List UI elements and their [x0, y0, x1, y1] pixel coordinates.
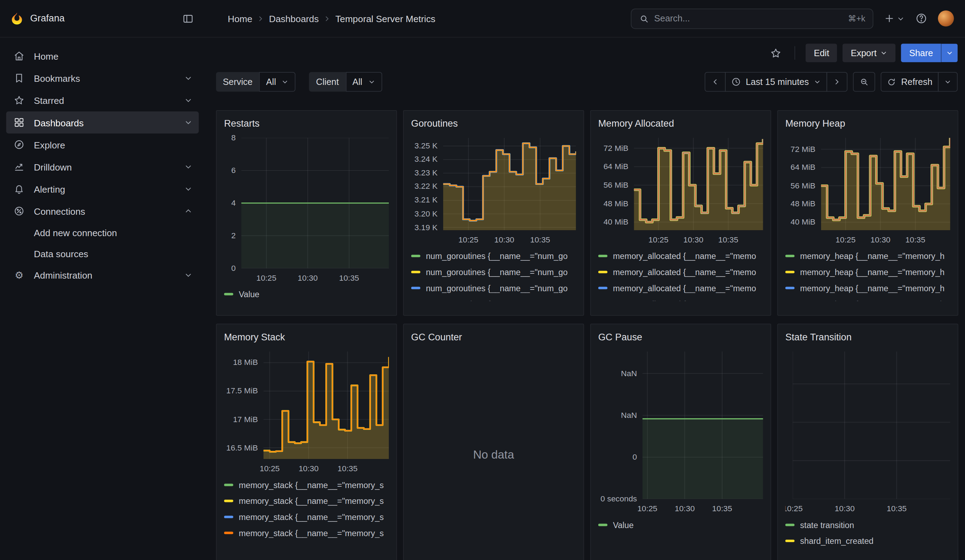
- chevron-down-icon[interactable]: [184, 96, 193, 105]
- legend-item[interactable]: memory_allocated {__name__="memo: [598, 296, 763, 301]
- y-axis-label: 17.5 MiB: [224, 386, 258, 396]
- y-axis-label: 72 MiB: [598, 143, 628, 153]
- favorite-star-icon[interactable]: [768, 44, 784, 61]
- legend-item[interactable]: num_goroutines {__name__="num_go: [411, 264, 576, 280]
- template-variables: Service All Client All: [216, 72, 382, 91]
- legend-item[interactable]: memory_heap {__name__="memory_h: [785, 296, 950, 301]
- plot-area: [821, 138, 950, 230]
- panel-title[interactable]: Goroutines: [411, 116, 576, 132]
- legend-item[interactable]: memory_allocated {__name__="memo: [598, 280, 763, 296]
- series-color-icon: [224, 293, 233, 296]
- chevron-down-icon[interactable]: [184, 118, 193, 127]
- panel-title[interactable]: Memory Heap: [785, 116, 950, 132]
- series-color-icon: [785, 524, 795, 526]
- x-axis: 10:2510:3010:35: [793, 499, 950, 515]
- chevron-down-icon[interactable]: [184, 73, 193, 82]
- legend-item[interactable]: memory_heap {__name__="memory_h: [785, 248, 950, 264]
- chart-plot[interactable]: [443, 138, 576, 230]
- refresh-interval-button[interactable]: [938, 72, 958, 91]
- sidebar-toggle-icon[interactable]: [182, 13, 194, 24]
- panel-title[interactable]: GC Counter: [411, 329, 576, 345]
- chart-plot[interactable]: [643, 351, 763, 499]
- time-range-label: Last 15 minutes: [746, 77, 809, 87]
- refresh-button[interactable]: Refresh: [881, 72, 938, 91]
- breadcrumb-dashboards[interactable]: Dashboards: [269, 13, 319, 24]
- series-color-icon: [224, 516, 233, 518]
- chevron-down-icon[interactable]: [184, 162, 193, 171]
- panel-title[interactable]: GC Pause: [598, 329, 763, 345]
- series-color-icon: [224, 532, 233, 534]
- client-variable-select[interactable]: All: [346, 72, 382, 91]
- sidebar-item-drilldown[interactable]: Drilldown: [6, 156, 199, 178]
- avatar[interactable]: [938, 11, 954, 27]
- legend-label: num_goroutines {__name__="num_go: [426, 284, 568, 292]
- legend-item[interactable]: shard_item_created: [785, 533, 950, 549]
- y-axis-label: 8: [224, 133, 236, 143]
- zoom-out-button[interactable]: [853, 72, 875, 91]
- sidebar-item-bookmarks[interactable]: Bookmarks: [6, 67, 199, 89]
- chevron-down-icon[interactable]: [184, 184, 193, 193]
- time-shift-forward-button[interactable]: [827, 72, 848, 91]
- y-axis-label: 16.5 MiB: [224, 443, 258, 452]
- panel-title[interactable]: Memory Allocated: [598, 116, 763, 132]
- panel-title[interactable]: State Transition: [785, 329, 950, 345]
- panel-gc-pause: GC Pause NaNNaN00 seconds10:2510:3010:35…: [590, 324, 771, 560]
- share-button[interactable]: Share: [901, 44, 941, 62]
- chart-plot[interactable]: [263, 351, 389, 459]
- legend-item[interactable]: memory_allocated {__name__="memo: [598, 264, 763, 280]
- sidebar-item-data-sources[interactable]: Data sources: [6, 243, 199, 264]
- sidebar-item-explore[interactable]: Explore: [6, 134, 199, 156]
- y-axis-label: 56 MiB: [785, 181, 816, 191]
- legend-item[interactable]: Value: [598, 517, 763, 533]
- share-menu-button[interactable]: [941, 44, 958, 62]
- chart-plot[interactable]: [793, 351, 950, 499]
- x-axis-label: 10:30: [675, 504, 695, 513]
- legend-item[interactable]: memory_stack {__name__="memory_s: [224, 493, 389, 509]
- chart-plot[interactable]: [821, 138, 950, 230]
- panel-memory-allocated: Memory Allocated 72 MiB64 MiB56 MiB48 Mi…: [590, 110, 771, 316]
- legend-item[interactable]: num_goroutines {__name__="num_go: [411, 296, 576, 301]
- y-axis: [785, 351, 793, 499]
- legend-item[interactable]: memory_allocated {__name__="memo: [598, 248, 763, 264]
- add-button[interactable]: [883, 13, 904, 24]
- legend-item[interactable]: memory_stack {__name__="memory_s: [224, 525, 389, 541]
- chevron-down-icon: [880, 49, 887, 57]
- chevron-up-icon[interactable]: [184, 207, 193, 216]
- panel-title[interactable]: Restarts: [224, 116, 389, 132]
- legend-label: memory_stack {__name__="memory_s: [239, 480, 384, 490]
- series-color-icon: [598, 255, 607, 257]
- sidebar-item-add-new-connection[interactable]: Add new connection: [6, 222, 199, 243]
- service-variable-select[interactable]: All: [259, 72, 296, 91]
- sidebar-item-dashboards[interactable]: Dashboards: [6, 111, 199, 133]
- legend-item[interactable]: memory_stack {__name__="memory_s: [224, 477, 389, 493]
- chart-plot[interactable]: [634, 138, 763, 230]
- help-icon[interactable]: [915, 12, 927, 24]
- legend-item[interactable]: memory_heap {__name__="memory_h: [785, 264, 950, 280]
- y-axis-label: 3.25 K: [411, 141, 438, 151]
- series-area: [643, 419, 763, 499]
- sidebar-item-starred[interactable]: Starred: [6, 89, 199, 111]
- sidebar-item-administration[interactable]: ⚙ Administration: [6, 264, 199, 286]
- bell-icon: [12, 183, 26, 195]
- legend-item[interactable]: num_goroutines {__name__="num_go: [411, 248, 576, 264]
- sidebar-item-alerting[interactable]: Alerting: [6, 178, 199, 200]
- legend-item[interactable]: memory_stack {__name__="memory_s: [224, 509, 389, 525]
- export-button[interactable]: Export: [843, 44, 896, 62]
- search-input[interactable]: Search... ⌘+k: [631, 8, 873, 29]
- legend-label: memory_allocated {__name__="memo: [613, 284, 756, 292]
- panel-title[interactable]: Memory Stack: [224, 329, 389, 345]
- chevron-down-icon[interactable]: [184, 271, 193, 280]
- chart-plot[interactable]: [241, 138, 389, 268]
- zoom-out-icon: [859, 77, 869, 87]
- legend-item[interactable]: memory_heap {__name__="memory_h: [785, 280, 950, 296]
- time-shift-back-button[interactable]: [705, 72, 726, 91]
- legend-item[interactable]: state transition: [785, 517, 950, 533]
- sidebar-item-connections[interactable]: Connections: [6, 200, 199, 222]
- sidebar-item-home[interactable]: Home: [6, 45, 199, 67]
- legend-item[interactable]: num_goroutines {__name__="num_go: [411, 280, 576, 296]
- legend-item[interactable]: Value: [224, 286, 389, 302]
- breadcrumb-home[interactable]: Home: [228, 13, 252, 24]
- chevron-right-icon: [257, 15, 265, 23]
- edit-button[interactable]: Edit: [806, 44, 837, 62]
- time-range-picker[interactable]: Last 15 minutes: [725, 72, 828, 91]
